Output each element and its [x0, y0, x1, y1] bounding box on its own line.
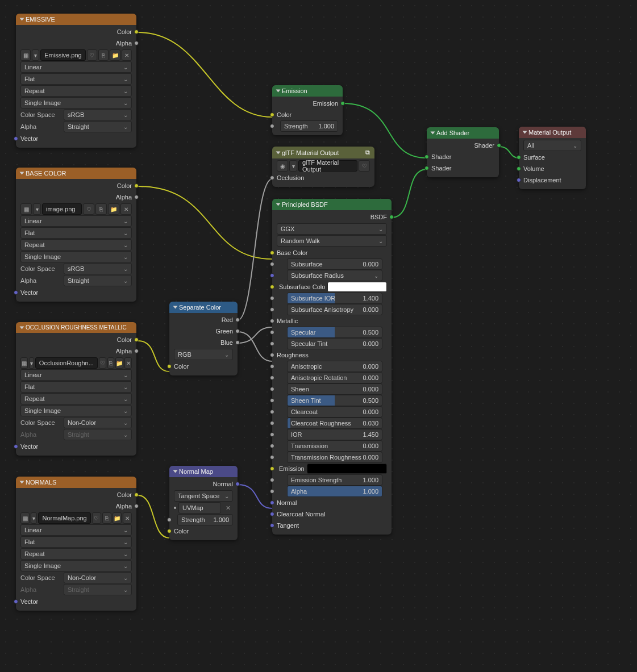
socket-alpha-out[interactable]: Alpha	[16, 37, 136, 49]
specular-slider[interactable]: Specular0.500	[272, 327, 392, 338]
ior-slider[interactable]: IOR1.450	[272, 429, 392, 440]
specular-tint-slider[interactable]: Specular Tint0.000	[272, 338, 392, 349]
source-select[interactable]: Single Image⌄	[20, 251, 132, 262]
socket-color-in[interactable]: Color	[169, 525, 238, 537]
alpha-mode-select[interactable]: Straight⌄	[64, 275, 132, 286]
colorspace-select[interactable]: Non-Color⌄	[64, 417, 132, 428]
interpolation-select[interactable]: Linear⌄	[20, 524, 132, 536]
node-gltf-output[interactable]: glTF Material Output⧉ ◉▾ glTF Material O…	[272, 147, 374, 187]
socket-shader-in-2[interactable]: Shader	[427, 162, 499, 174]
fake-user-icon[interactable]: ♡	[83, 203, 94, 215]
node-add-shader[interactable]: Add Shader Shader Shader Shader	[427, 127, 499, 177]
mode-select[interactable]: RGB⌄	[174, 349, 233, 360]
socket-color-out[interactable]: Color	[16, 334, 136, 345]
extension-select[interactable]: Repeat⌄	[20, 85, 132, 97]
node-header[interactable]: NORMALS	[16, 477, 136, 488]
distribution-select[interactable]: GGX⌄	[277, 223, 387, 235]
alpha-slider[interactable]: Alpha1.000	[272, 486, 392, 497]
image-icon[interactable]: ▦	[20, 357, 28, 369]
node-header[interactable]: Normal Map	[169, 466, 238, 477]
nodetree-icon[interactable]: ◉	[277, 160, 288, 172]
dropdown-icon[interactable]: ▾	[33, 203, 41, 215]
projection-select[interactable]: Flat⌄	[20, 536, 132, 548]
node-header[interactable]: glTF Material Output⧉	[272, 147, 374, 158]
colorspace-select[interactable]: Non-Color⌄	[64, 572, 132, 583]
transmission-slider[interactable]: Transmission0.000	[272, 440, 392, 452]
node-emissive[interactable]: EMISSIVE Color Alpha ▦ ▾ Emissive.png ♡ …	[16, 14, 136, 148]
uvmap-field[interactable]: UVMap✕	[174, 502, 233, 514]
socket-blue-out[interactable]: Blue	[169, 337, 238, 348]
image-name-field[interactable]: NormalMap.png	[38, 512, 90, 524]
socket-normal[interactable]: Normal	[272, 497, 392, 508]
subsurface-aniso-slider[interactable]: Subsurface Anisotropy0.000	[272, 304, 392, 315]
group-name-field[interactable]: glTF Material Output	[298, 160, 357, 172]
interpolation-select[interactable]: Linear⌄	[20, 61, 132, 73]
source-select[interactable]: Single Image⌄	[20, 560, 132, 571]
open-image-icon[interactable]: 📁	[110, 49, 120, 61]
socket-displacement[interactable]: Displacement	[519, 174, 586, 186]
node-header[interactable]: Separate Color	[169, 302, 238, 313]
socket-color-out[interactable]: Color	[16, 180, 136, 191]
socket-emission-out[interactable]: Emission	[272, 98, 343, 109]
socket-shader-out[interactable]: Shader	[427, 140, 499, 151]
source-select[interactable]: Single Image⌄	[20, 97, 132, 108]
clearcoat-rough-slider[interactable]: Clearcoat Roughness0.030	[272, 418, 392, 429]
new-image-icon[interactable]: ⎘	[98, 49, 109, 61]
extension-select[interactable]: Repeat⌄	[20, 548, 132, 560]
node-header[interactable]: Principled BSDF	[272, 199, 392, 210]
clearcoat-slider[interactable]: Clearcoat0.000	[272, 406, 392, 418]
extension-select[interactable]: Repeat⌄	[20, 239, 132, 251]
socket-alpha-out[interactable]: Alpha	[16, 345, 136, 357]
node-emission[interactable]: Emission Emission Color Strength1.000	[272, 85, 343, 135]
node-header[interactable]: OCCLUSION ROUGHNESS METALLIC	[16, 322, 136, 333]
socket-red-out[interactable]: Red	[169, 314, 238, 325]
socket-alpha-out[interactable]: Alpha	[16, 191, 136, 203]
projection-select[interactable]: Flat⌄	[20, 381, 132, 393]
open-image-icon[interactable]: 📁	[113, 512, 122, 524]
fake-user-icon[interactable]: ♡	[87, 49, 97, 61]
new-image-icon[interactable]: ⎘	[107, 357, 115, 369]
alpha-mode-select[interactable]: Straight⌄	[64, 121, 132, 132]
color-swatch[interactable]	[327, 282, 387, 292]
socket-bsdf-out[interactable]: BSDF	[272, 211, 392, 223]
node-normals[interactable]: NORMALS Color Alpha ▦▾ NormalMap.png ♡⎘📁…	[16, 477, 136, 611]
socket-normal-out[interactable]: Normal	[169, 478, 238, 490]
socket-vector-in[interactable]: Vector	[16, 441, 136, 452]
strength-slider[interactable]: Strength1.000	[272, 120, 343, 132]
projection-select[interactable]: Flat⌄	[20, 73, 132, 85]
dropdown-icon[interactable]: ▾	[289, 160, 297, 172]
sheen-slider[interactable]: Sheen0.000	[272, 383, 392, 395]
sss-method-select[interactable]: Random Walk⌄	[277, 235, 387, 247]
subsurface-color[interactable]: Subsurface Colo	[272, 281, 392, 293]
colorspace-select[interactable]: sRGB⌄	[64, 263, 132, 274]
socket-occlusion-in[interactable]: Occlusion	[272, 172, 374, 183]
socket-alpha-out[interactable]: Alpha	[16, 500, 136, 512]
image-name-field[interactable]: OcclusionRoughn...	[35, 357, 98, 369]
node-material-output[interactable]: Material Output All⌄ Surface Volume Disp…	[519, 127, 586, 189]
socket-clearcoat-normal[interactable]: Clearcoat Normal	[272, 508, 392, 520]
node-separate-color[interactable]: Separate Color Red Green Blue RGB⌄ Color	[169, 302, 238, 375]
image-icon[interactable]: ▦	[20, 512, 30, 524]
emission-strength-slider[interactable]: Emission Strength1.000	[272, 474, 392, 486]
socket-volume[interactable]: Volume	[519, 163, 586, 174]
clear-icon[interactable]: ✕	[223, 504, 233, 512]
emission-color[interactable]: Emission	[272, 463, 392, 474]
sheen-tint-slider[interactable]: Sheen Tint0.500	[272, 395, 392, 406]
image-name-field[interactable]: image.png	[42, 203, 82, 215]
group-icon[interactable]: ⧉	[365, 149, 370, 156]
source-select[interactable]: Single Image⌄	[20, 405, 132, 416]
socket-green-out[interactable]: Green	[169, 325, 238, 337]
socket-color-out[interactable]: Color	[16, 26, 136, 37]
node-header[interactable]: Emission	[272, 85, 343, 97]
node-normal-map[interactable]: Normal Map Normal Tangent Space⌄ UVMap✕ …	[169, 466, 238, 540]
new-image-icon[interactable]: ⎘	[102, 512, 111, 524]
extension-select[interactable]: Repeat⌄	[20, 393, 132, 404]
socket-color-out[interactable]: Color	[16, 489, 136, 500]
open-image-icon[interactable]: 📁	[115, 357, 123, 369]
unlink-image-icon[interactable]: ✕	[120, 203, 132, 215]
image-icon[interactable]: ▦	[20, 49, 31, 61]
anisotropic-rot-slider[interactable]: Anisotropic Rotation0.000	[272, 372, 392, 383]
unlink-image-icon[interactable]: ✕	[123, 512, 132, 524]
strength-slider[interactable]: Strength1.000	[169, 514, 238, 525]
node-header[interactable]: Material Output	[519, 127, 586, 138]
